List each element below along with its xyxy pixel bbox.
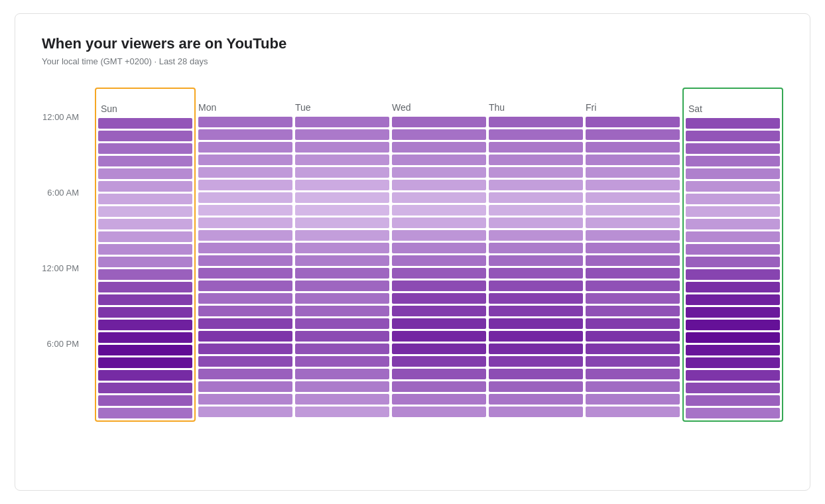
day-header-sat: Sat xyxy=(686,89,780,114)
chart-area: 12:00 AM6:00 AM12:00 PM6:00 PM SunMonTue… xyxy=(42,88,783,422)
cells-sat xyxy=(686,118,780,418)
heat-cell xyxy=(586,268,680,279)
heat-cell xyxy=(198,293,292,304)
heat-cell xyxy=(489,117,583,127)
heat-cell xyxy=(98,168,192,179)
heat-cell xyxy=(392,243,486,253)
heat-cell xyxy=(98,370,192,381)
heat-cell xyxy=(586,180,680,190)
heat-cell xyxy=(198,318,292,329)
heat-cell xyxy=(686,181,780,192)
day-col-thu: Thu xyxy=(489,88,583,422)
day-header-thu: Thu xyxy=(489,88,583,113)
heat-cell xyxy=(489,180,583,190)
heat-cell xyxy=(98,332,192,343)
heat-cell xyxy=(392,218,486,228)
heat-cell xyxy=(489,306,583,316)
heat-cell xyxy=(586,205,680,216)
heat-cell xyxy=(489,155,583,165)
heat-cell xyxy=(489,281,583,291)
heat-cell xyxy=(295,344,389,354)
heat-cell xyxy=(392,142,486,153)
cells-mon xyxy=(198,117,292,417)
heat-cell xyxy=(392,293,486,304)
heat-cell xyxy=(489,381,583,392)
heat-cell xyxy=(98,345,192,355)
heat-cell xyxy=(198,167,292,178)
heat-cell xyxy=(392,306,486,316)
heat-cell xyxy=(198,155,292,165)
heat-cell xyxy=(686,282,780,292)
heat-cell xyxy=(198,142,292,153)
heat-cell xyxy=(586,218,680,228)
heat-cell xyxy=(686,408,780,418)
day-header-wed: Wed xyxy=(392,88,486,113)
heat-cell xyxy=(198,356,292,367)
heat-cell xyxy=(98,143,192,154)
heat-cell xyxy=(586,306,680,316)
heat-cell xyxy=(198,306,292,316)
day-col-tue: Tue xyxy=(295,88,389,422)
heat-cell xyxy=(98,231,192,242)
heat-cell xyxy=(392,407,486,417)
heat-cell xyxy=(198,192,292,203)
day-col-mon: Mon xyxy=(198,88,292,422)
heat-cell xyxy=(295,381,389,392)
heat-cell xyxy=(686,206,780,217)
heat-cell xyxy=(198,344,292,354)
heat-cell xyxy=(98,244,192,255)
heat-cell xyxy=(295,255,389,266)
heat-cell xyxy=(489,230,583,241)
heat-cell xyxy=(295,394,389,405)
heat-cell xyxy=(586,318,680,329)
y-label: 12:00 PM xyxy=(42,263,87,273)
heat-cell xyxy=(295,167,389,178)
heat-cell xyxy=(686,257,780,267)
heat-cell xyxy=(98,294,192,305)
heat-cell xyxy=(392,369,486,379)
heat-cell xyxy=(489,407,583,417)
heat-cell xyxy=(295,218,389,228)
heat-cell xyxy=(295,230,389,241)
heat-cell xyxy=(392,394,486,405)
heat-cell xyxy=(198,394,292,405)
heat-cell xyxy=(686,194,780,204)
cells-wed xyxy=(392,117,486,417)
day-col-sat: Sat xyxy=(682,88,783,422)
heat-cell xyxy=(586,155,680,165)
heat-cell xyxy=(198,243,292,253)
heat-cell xyxy=(392,331,486,342)
heat-cell xyxy=(586,381,680,392)
heat-cell xyxy=(295,129,389,140)
heat-cell xyxy=(295,192,389,203)
heat-cell xyxy=(686,231,780,242)
page-subtitle: Your local time (GMT +0200) · Last 28 da… xyxy=(42,56,783,66)
heat-cell xyxy=(295,407,389,417)
heat-cell xyxy=(489,331,583,342)
heat-cell xyxy=(489,167,583,178)
y-label: 6:00 AM xyxy=(47,188,87,198)
heat-cell xyxy=(586,281,680,291)
heat-cell xyxy=(489,369,583,379)
heat-cell xyxy=(586,369,680,379)
heat-cell xyxy=(489,268,583,279)
heat-cell xyxy=(392,281,486,291)
y-axis: 12:00 AM6:00 AM12:00 PM6:00 PM xyxy=(42,88,95,419)
heat-cell xyxy=(198,180,292,190)
cells-sun xyxy=(98,118,192,418)
heat-cell xyxy=(686,244,780,255)
heat-cell xyxy=(489,344,583,354)
heat-cell xyxy=(489,318,583,329)
heat-cell xyxy=(98,320,192,330)
heat-cell xyxy=(586,192,680,203)
heat-cell xyxy=(586,394,680,405)
heat-cell xyxy=(489,129,583,140)
heat-cell xyxy=(586,142,680,153)
heat-cell xyxy=(295,281,389,291)
heat-cell xyxy=(98,181,192,192)
heat-cell xyxy=(392,155,486,165)
heat-cell xyxy=(392,255,486,266)
heat-cell xyxy=(295,180,389,190)
heat-cell xyxy=(98,408,192,418)
heat-cell xyxy=(686,332,780,343)
